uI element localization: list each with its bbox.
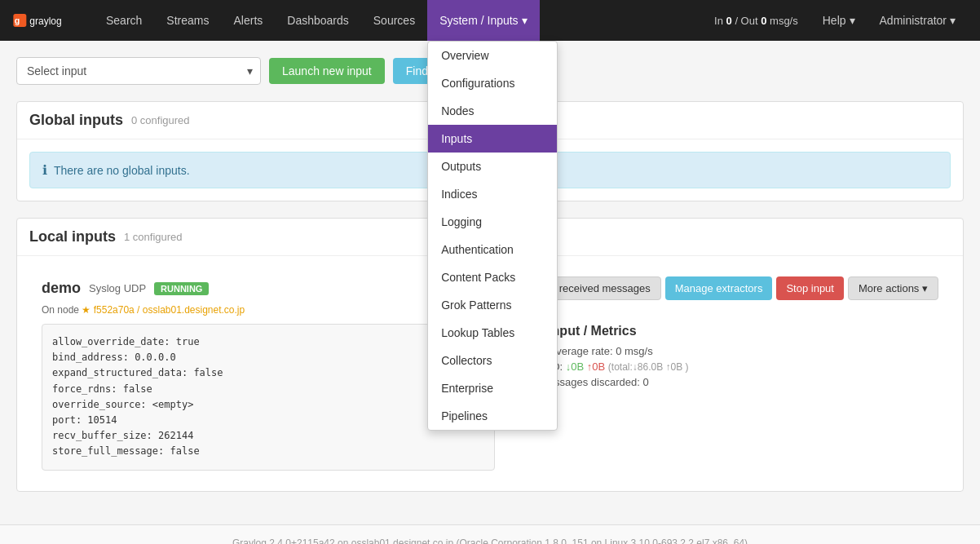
nav-links: Search Streams Alerts Dashboards Sources… — [94, 0, 714, 41]
menu-lookup-tables[interactable]: Lookup Tables — [428, 319, 557, 347]
brand-logo: g graylog — [12, 8, 77, 33]
nav-sources[interactable]: Sources — [361, 0, 427, 41]
metrics-title: Throughput / Metrics — [507, 324, 939, 338]
discarded-msgs: Empty messages discarded: 0 — [507, 376, 939, 388]
menu-enterprise[interactable]: Enterprise — [428, 374, 557, 402]
menu-pipelines[interactable]: Pipelines — [428, 402, 557, 430]
manage-extractors-button[interactable]: Manage extractors — [665, 276, 773, 300]
select-input[interactable]: Select input — [16, 57, 261, 85]
menu-inputs[interactable]: Inputs — [428, 125, 557, 153]
metrics-panel: Throughput / Metrics 1 minute average ra… — [507, 324, 939, 471]
global-inputs-title: Global inputs — [29, 112, 123, 129]
nav-dashboards[interactable]: Dashboards — [275, 0, 361, 41]
config-line-6: port: 10514 — [52, 413, 484, 428]
info-icon: ℹ — [42, 162, 47, 178]
node-star-icon: ★ — [82, 304, 93, 316]
msg-suffix: msg/s — [770, 15, 798, 27]
config-line-5: override_source: <empty> — [52, 397, 484, 413]
menu-collectors[interactable]: Collectors — [428, 347, 557, 374]
local-inputs-title: Local inputs — [29, 228, 116, 245]
config-line-7: recv_buffer_size: 262144 — [52, 428, 484, 444]
menu-overview[interactable]: Overview — [428, 42, 557, 69]
nav-admin[interactable]: Administrator ▾ — [867, 0, 968, 41]
logo-svg: g graylog — [12, 8, 77, 33]
menu-content-packs[interactable]: Content Packs — [428, 263, 557, 291]
running-badge: RUNNING — [154, 282, 209, 295]
config-line-1: allow_override_date: true — [52, 334, 484, 350]
out-label: / Out — [735, 15, 757, 27]
network-io: Network IO: ↓0B ↑0B (total:↓86.0B ↑0B ) — [507, 360, 939, 373]
footer-text: Graylog 2.4.0+2115a42 on osslab01.design… — [232, 537, 748, 545]
more-actions-button[interactable]: More actions ▾ — [848, 276, 938, 300]
nav-right: In 0 / Out 0 msg/s Help ▾ Administrator … — [714, 0, 968, 41]
svg-text:graylog: graylog — [29, 15, 61, 27]
in-label: In — [714, 15, 723, 27]
config-line-3: expand_structured_data: false — [52, 365, 484, 381]
in-value: 0 — [726, 15, 732, 27]
nav-help[interactable]: Help ▾ — [810, 0, 867, 41]
msg-status: In 0 / Out 0 msg/s — [714, 15, 798, 27]
system-caret: ▾ — [522, 14, 528, 27]
system-dropdown: Overview Configurations Nodes Inputs Out… — [427, 41, 558, 431]
navbar: g graylog Search Streams Alerts Dashboar… — [0, 0, 980, 41]
menu-nodes[interactable]: Nodes — [428, 97, 557, 125]
input-name: demo — [42, 280, 81, 297]
menu-indices[interactable]: Indices — [428, 180, 557, 208]
no-global-inputs-text: There are no global inputs. — [54, 164, 190, 177]
menu-configurations[interactable]: Configurations — [428, 69, 557, 97]
network-total: (total:↓86.0B ↑0B ) — [608, 361, 689, 373]
footer: Graylog 2.4.0+2115a42 on osslab01.design… — [0, 524, 980, 545]
menu-grok-patterns[interactable]: Grok Patterns — [428, 291, 557, 319]
network-out-icon: ↑0B — [587, 360, 605, 373]
global-inputs-badge: 0 configured — [131, 114, 190, 126]
local-inputs-badge: 1 configured — [124, 231, 183, 243]
avg-rate: 1 minute average rate: 0 msg/s — [507, 345, 939, 357]
network-in-icon: ↓0B — [566, 360, 584, 373]
nav-streams[interactable]: Streams — [154, 0, 221, 41]
out-value: 0 — [761, 15, 766, 27]
config-line-2: bind_address: 0.0.0.0 — [52, 350, 484, 365]
menu-outputs[interactable]: Outputs — [428, 153, 557, 180]
admin-caret: ▾ — [950, 14, 956, 27]
config-line-4: force_rdns: false — [52, 382, 484, 397]
node-link[interactable]: f552a70a / osslab01.designet.co.jp — [94, 304, 245, 316]
stop-input-button[interactable]: Stop input — [776, 276, 844, 300]
more-actions-caret: ▾ — [922, 282, 928, 294]
nav-search[interactable]: Search — [94, 0, 154, 41]
menu-authentication[interactable]: Authentication — [428, 236, 557, 263]
input-btn-row: Show received messages Manage extractors… — [519, 276, 938, 300]
launch-input-button[interactable]: Launch new input — [269, 58, 385, 84]
nav-system[interactable]: System / Inputs ▾ Overview Configuration… — [427, 0, 539, 41]
select-input-wrapper: Select input ▾ — [16, 57, 261, 85]
config-line-8: store_full_message: false — [52, 444, 484, 459]
svg-text:g: g — [15, 15, 20, 25]
input-type: Syslog UDP — [89, 282, 146, 294]
help-caret: ▾ — [850, 14, 855, 27]
menu-logging[interactable]: Logging — [428, 208, 557, 236]
nav-alerts[interactable]: Alerts — [221, 0, 275, 41]
